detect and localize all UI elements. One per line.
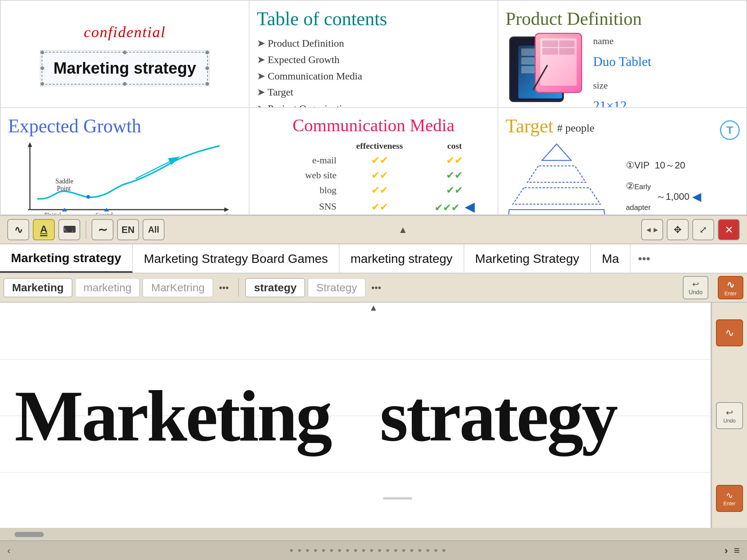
tablet-front-screen (540, 38, 577, 86)
cm-table: effectiveness cost e-mail ✔✔ ✔✔ web site… (257, 139, 490, 215)
word-suggestions: Marketing marketing MarKetring ••• strat… (0, 273, 747, 303)
sns-arrow: ◀ (465, 199, 475, 214)
corner-dot-bm (123, 82, 127, 86)
target-content: ①VIP 10～20 ②Earlyadapter ～1,000 ◀ ③Follo… (506, 137, 739, 215)
corner-dot-tl (40, 51, 44, 54)
name-label: name (593, 33, 651, 50)
toolbar-up-arrow[interactable]: ▲ (398, 224, 408, 236)
confidential-label: confidential (84, 23, 166, 41)
slide-product-definition: Product Definition (498, 0, 747, 108)
col-cost: cost (420, 140, 489, 152)
cm-content: effectiveness cost e-mail ✔✔ ✔✔ web site… (257, 139, 490, 215)
svg-marker-17 (513, 188, 600, 204)
svg-text:time: time (223, 211, 234, 215)
svg-point-7 (86, 195, 90, 199)
search-more[interactable]: ••• (631, 244, 658, 273)
search-result-4[interactable]: Marketing Strategy (464, 244, 591, 273)
search-result-1[interactable]: Marketing strategy (0, 244, 133, 273)
size-value: 21×12 (593, 94, 651, 108)
toc-item-3: Communication Media (257, 68, 490, 85)
handwriting-area[interactable]: Marketing strategy (0, 303, 711, 529)
hash-people: # people (557, 122, 594, 134)
row-sns: SNS ✔✔ ✔✔✔ ◀ (258, 198, 489, 215)
search-result-5[interactable]: Ma (591, 244, 631, 273)
corner-dot-ml (40, 66, 44, 70)
presentation-area: confidential Marketing strategy Table of… (0, 0, 747, 215)
toc-item-5: Project Organization (257, 101, 490, 108)
pyramid-area (506, 137, 619, 215)
word-chip-strategy-cap[interactable]: Strategy (308, 278, 365, 297)
name-value: Duo Tablet (593, 50, 651, 74)
dot-2 (298, 549, 301, 552)
target-title: Target (506, 115, 553, 137)
marketing-strategy-title: Marketing strategy (53, 59, 196, 77)
search-bar: Marketing strategy Marketing Strategy Bo… (0, 244, 747, 273)
t-button[interactable]: T (720, 120, 740, 140)
slide-communication-media: Communication Media effectiveness cost e… (249, 108, 498, 215)
wave-tool-btn[interactable]: ∿ (7, 219, 29, 240)
svg-text:Second: Second (96, 212, 113, 215)
lang-en-btn[interactable]: EN (117, 219, 139, 240)
svg-marker-18 (507, 210, 606, 215)
delete-btn[interactable]: ✕ (718, 219, 740, 240)
corner-dot-bl (40, 82, 44, 86)
search-result-3[interactable]: marketing strategy (340, 244, 464, 273)
all-btn[interactable]: All (143, 219, 165, 240)
word-chip-marketing[interactable]: Marketing (4, 278, 72, 297)
chevron-left-btn[interactable]: ‹ (7, 545, 11, 556)
corner-dot-mr (205, 66, 209, 70)
row-website: web site ✔✔ ✔✔ (258, 168, 489, 182)
hw-line-3 (0, 472, 711, 472)
svg-text:Saddle: Saddle (55, 178, 73, 185)
dot-19 (434, 549, 437, 552)
word-more-1[interactable]: ••• (216, 282, 232, 293)
keyboard-tool-btn[interactable]: ⌨ (58, 219, 80, 240)
scroll-thumb[interactable] (15, 532, 44, 537)
slide-marketing-strategy: confidential Marketing strategy (0, 0, 249, 108)
dot-6 (330, 549, 333, 552)
tilde-tool-btn[interactable]: ∼ (92, 219, 113, 240)
svg-text:ᴿInitial: ᴿInitial (44, 212, 61, 215)
search-result-2[interactable]: Marketing Strategy Board Games (133, 244, 340, 273)
tier-header (626, 137, 739, 152)
move-btn[interactable]: ✥ (667, 219, 689, 240)
navigate-btn[interactable]: ◄► (641, 219, 663, 240)
target-tier-list: ①VIP 10～20 ②Earlyadapter ～1,000 ◀ ③Follo… (626, 137, 739, 215)
dot-13 (386, 549, 389, 552)
menu-btn[interactable]: ≡ (734, 545, 740, 556)
toolbar-separator-1 (86, 221, 86, 239)
row-blog: blog ✔✔ ✔✔ (258, 183, 489, 197)
slide-expected-growth: Expected Growth time Saddle Point (0, 108, 249, 215)
toc-item-2: Expected Growth (257, 52, 490, 68)
word-chip-marketring[interactable]: MarKetring (143, 278, 213, 297)
sidebar-enter-btn[interactable]: ∿ Enter (716, 485, 743, 512)
col-effectiveness: effectiveness (340, 140, 419, 152)
product-content: name Duo Tablet size 21×12 weight 634g (506, 33, 739, 108)
resize-btn[interactable]: ⤢ (692, 219, 714, 240)
dot-9 (354, 549, 357, 552)
text-tool-btn[interactable]: A (33, 219, 55, 240)
undo-btn[interactable]: ↩ Undo (683, 276, 708, 299)
scroll-indicator (0, 528, 747, 541)
corner-dot-tr (205, 51, 209, 54)
row-email: e-mail ✔✔ ✔✔ (258, 153, 489, 167)
sidebar-wave-btn[interactable]: ∿ (716, 319, 743, 346)
tier-1: ①VIP 10～20 (626, 155, 739, 176)
word-chip-strategy[interactable]: strategy (245, 278, 305, 297)
marketing-strategy-box[interactable]: Marketing strategy (42, 52, 208, 85)
expected-growth-title: Expected Growth (8, 115, 241, 137)
tablet-illustration (506, 33, 586, 106)
svg-marker-15 (542, 144, 571, 160)
dot-7 (338, 549, 341, 552)
svg-marker-16 (527, 166, 586, 182)
sidebar-undo-btn[interactable]: ↩ Undo (716, 402, 743, 429)
arrow-right-btn[interactable]: › (724, 545, 728, 556)
pyramid-svg (506, 137, 608, 215)
enter-btn[interactable]: ∿ Enter (718, 276, 743, 299)
bottom-bar: ‹ › ≡ (0, 540, 747, 560)
dot-8 (346, 549, 349, 552)
word-more-2[interactable]: ••• (368, 282, 384, 293)
dot-3 (306, 549, 309, 552)
word-chip-marketing-lower[interactable]: marketing (75, 278, 140, 297)
dot-11 (370, 549, 373, 552)
